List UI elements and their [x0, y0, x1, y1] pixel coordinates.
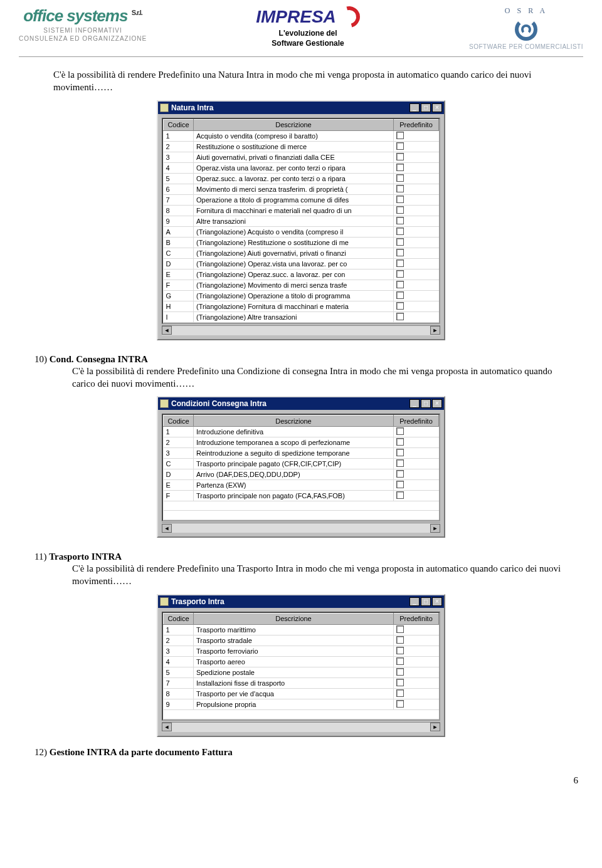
scroll-left-button[interactable]: ◄	[162, 524, 172, 533]
cell-predefinito[interactable]	[394, 280, 439, 290]
col-codice[interactable]: Codice	[164, 119, 194, 130]
cell-predefinito[interactable]	[394, 248, 439, 258]
cell-predefinito[interactable]	[394, 194, 439, 205]
cell-predefinito[interactable]	[394, 301, 439, 311]
scroll-left-button[interactable]: ◄	[162, 326, 172, 335]
titlebar[interactable]: Condizioni Consegna Intra _ □ ×	[158, 397, 444, 410]
cell-predefinito[interactable]	[394, 311, 439, 322]
minimize-button[interactable]: _	[409, 103, 420, 112]
col-codice[interactable]: Codice	[164, 613, 194, 624]
cell-predefinito[interactable]	[394, 237, 439, 248]
cell-predefinito[interactable]	[394, 290, 439, 301]
close-button[interactable]: ×	[432, 597, 442, 606]
titlebar[interactable]: Trasporto Intra _ □ ×	[158, 595, 444, 608]
cell-predefinito[interactable]	[394, 459, 439, 469]
checkbox-icon[interactable]	[396, 679, 404, 686]
table-row[interactable]: G(Triangolazione) Operazione a titolo di…	[164, 290, 439, 301]
checkbox-icon[interactable]	[396, 196, 404, 203]
table-row[interactable]: 8Fornitura di macchinari e materiali nel…	[164, 205, 439, 216]
table-row[interactable]: 4Operaz.vista una lavoraz. per conto ter…	[164, 162, 439, 173]
checkbox-icon[interactable]	[396, 470, 404, 478]
checkbox-icon[interactable]	[396, 217, 404, 224]
cell-predefinito[interactable]	[394, 269, 439, 280]
h-scrollbar[interactable]: ◄ ►	[162, 722, 440, 732]
minimize-button[interactable]: _	[409, 399, 420, 408]
cell-predefinito[interactable]	[394, 480, 439, 491]
checkbox-icon[interactable]	[396, 427, 404, 435]
table-row[interactable]: CTrasporto principale pagato (CFR,CIF,CP…	[164, 459, 439, 469]
col-codice[interactable]: Codice	[164, 416, 194, 427]
table-row[interactable]: 5Operaz.succ. a lavoraz. per conto terzi…	[164, 173, 439, 184]
table-row[interactable]: FTrasporto principale non pagato (FCA,FA…	[164, 491, 439, 501]
cell-predefinito[interactable]	[394, 141, 439, 152]
checkbox-icon[interactable]	[396, 636, 404, 644]
checkbox-icon[interactable]	[396, 132, 404, 139]
cell-predefinito[interactable]	[394, 699, 439, 709]
table-row[interactable]: 3Trasporto ferroviario	[164, 646, 439, 656]
table-row[interactable]: DArrivo (DAF,DES,DEQ,DDU,DDP)	[164, 469, 439, 480]
col-predefinito[interactable]: Predefinito	[394, 119, 439, 130]
cell-predefinito[interactable]	[394, 216, 439, 226]
close-button[interactable]: ×	[432, 399, 442, 408]
checkbox-icon[interactable]	[396, 142, 404, 150]
cell-predefinito[interactable]	[394, 677, 439, 688]
cell-predefinito[interactable]	[394, 688, 439, 699]
checkbox-icon[interactable]	[396, 206, 404, 214]
cell-predefinito[interactable]	[394, 427, 439, 437]
cell-predefinito[interactable]	[394, 152, 439, 162]
table-row[interactable]: 5Spedizione postale	[164, 667, 439, 677]
checkbox-icon[interactable]	[396, 270, 404, 278]
checkbox-icon[interactable]	[396, 625, 404, 633]
table-row[interactable]: C(Triangolazione) Aiuti governativi, pri…	[164, 248, 439, 258]
checkbox-icon[interactable]	[396, 449, 404, 456]
checkbox-icon[interactable]	[396, 302, 404, 310]
checkbox-icon[interactable]	[396, 227, 404, 235]
table-row[interactable]: 2Trasporto stradale	[164, 635, 439, 646]
col-descrizione[interactable]: Descrizione	[194, 613, 394, 624]
checkbox-icon[interactable]	[396, 259, 404, 267]
cell-predefinito[interactable]	[394, 646, 439, 656]
col-predefinito[interactable]: Predefinito	[394, 416, 439, 427]
close-button[interactable]: ×	[432, 103, 442, 112]
table-row[interactable]: 7Operazione a titolo di programma comune…	[164, 194, 439, 205]
checkbox-icon[interactable]	[396, 668, 404, 676]
checkbox-icon[interactable]	[396, 689, 404, 697]
table-row[interactable]: 3Reintroduzione a seguito di spedizione …	[164, 448, 439, 459]
cell-predefinito[interactable]	[394, 491, 439, 501]
table-row[interactable]: 2Introduzione temporanea a scopo di perf…	[164, 437, 439, 448]
scroll-right-button[interactable]: ►	[430, 524, 440, 533]
table-row[interactable]: D(Triangolazione) Operaz.vista una lavor…	[164, 258, 439, 269]
checkbox-icon[interactable]	[396, 281, 404, 288]
cell-predefinito[interactable]	[394, 162, 439, 173]
checkbox-icon[interactable]	[396, 238, 404, 246]
cell-predefinito[interactable]	[394, 624, 439, 635]
table-row[interactable]: E(Triangolazione) Operaz.succ. a lavoraz…	[164, 269, 439, 280]
col-descrizione[interactable]: Descrizione	[194, 416, 394, 427]
table-row[interactable]: 7Installazioni fisse di trasporto	[164, 677, 439, 688]
table-row[interactable]: 1Trasporto marittimo	[164, 624, 439, 635]
h-scrollbar[interactable]: ◄ ►	[162, 325, 440, 335]
col-predefinito[interactable]: Predefinito	[394, 613, 439, 624]
titlebar[interactable]: Natura Intra _ □ ×	[158, 102, 444, 114]
table-row[interactable]: H(Triangolazione) Fornitura di macchinar…	[164, 301, 439, 311]
checkbox-icon[interactable]	[396, 491, 404, 499]
table-row[interactable]: 1Acquisto o vendita (compreso il baratto…	[164, 130, 439, 141]
checkbox-icon[interactable]	[396, 481, 404, 488]
minimize-button[interactable]: _	[409, 597, 420, 606]
table-row[interactable]: 3Aiuti governativi, privati o finanziati…	[164, 152, 439, 162]
cell-predefinito[interactable]	[394, 130, 439, 141]
table-row[interactable]: 4Trasporto aereo	[164, 656, 439, 667]
cell-predefinito[interactable]	[394, 173, 439, 184]
checkbox-icon[interactable]	[396, 249, 404, 256]
cell-predefinito[interactable]	[394, 667, 439, 677]
checkbox-icon[interactable]	[396, 164, 404, 171]
table-row[interactable]: 2Restituzione o sostituzione di merce	[164, 141, 439, 152]
scroll-right-button[interactable]: ►	[430, 326, 440, 335]
checkbox-icon[interactable]	[396, 185, 404, 192]
checkbox-icon[interactable]	[396, 459, 404, 467]
col-descrizione[interactable]: Descrizione	[194, 119, 394, 130]
cell-predefinito[interactable]	[394, 469, 439, 480]
checkbox-icon[interactable]	[396, 647, 404, 654]
table-row[interactable]: I(Triangolazione) Altre transazioni	[164, 311, 439, 322]
cell-predefinito[interactable]	[394, 437, 439, 448]
